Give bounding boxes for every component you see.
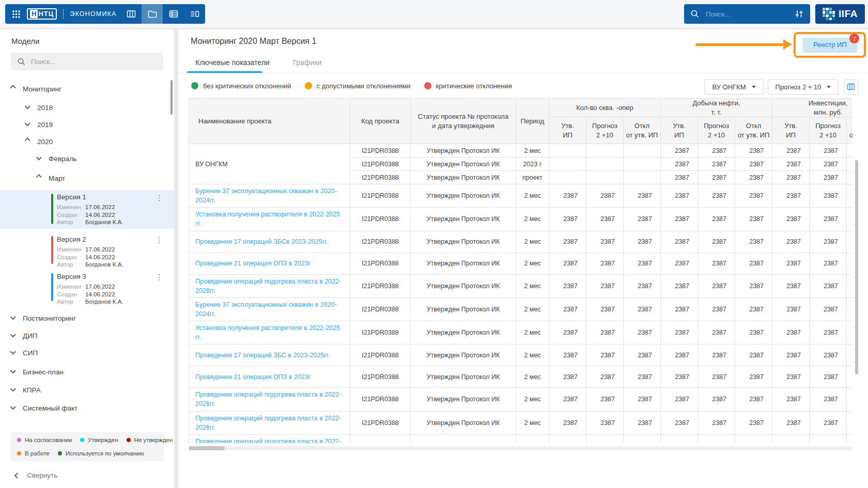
value-cell: 2387 — [810, 184, 847, 208]
value-cell: 2387 — [735, 434, 772, 443]
value-cell: 2387 — [735, 231, 772, 253]
tree-item-business-plan[interactable]: Бизнес-план — [11, 366, 64, 378]
status-label: В работе — [25, 450, 50, 456]
kebab-menu-icon[interactable]: ⋮ — [156, 237, 163, 244]
meta-value: 17.06.2022 — [85, 283, 115, 291]
columns-view-icon[interactable] — [120, 4, 142, 24]
value-cell: 2387 — [586, 388, 624, 411]
deviation-legend: без критических отклонений с допустимыми… — [191, 81, 512, 91]
project-link[interactable]: Проведение операций подогрева пласта в 2… — [189, 411, 350, 434]
scenario-dropdown[interactable]: ВУ ОНГКМ — [704, 79, 764, 95]
meta-value: 17.06.2022 — [85, 203, 115, 211]
tree-label: СИП — [23, 349, 38, 357]
value-cell: 2387 — [735, 208, 772, 231]
project-link[interactable]: Бурение 37 эксплуатационных скважин в 20… — [189, 184, 350, 208]
tab-charts[interactable]: Графики — [293, 58, 322, 67]
period-cell: 2 мес — [516, 253, 549, 274]
column-settings-button[interactable] — [844, 79, 858, 95]
value-cell: 2387 — [586, 321, 624, 344]
table-row: Проведение 17 операций ЗБС в 2023-2025гг… — [189, 344, 853, 366]
column-subheader: Прогноз 2 +10 — [810, 117, 847, 144]
tree-label: 2019 — [37, 121, 53, 129]
value-cell: 2387 — [810, 434, 847, 443]
apps-grid-icon[interactable] — [12, 10, 21, 19]
table-horizontal-scrollbar[interactable] — [189, 446, 225, 450]
project-link[interactable]: Установка получения растворителя в 2022-… — [189, 208, 350, 231]
project-link[interactable]: Проведение операций подогрева пласта в 2… — [189, 274, 350, 297]
value-cell: 2387 — [735, 158, 772, 171]
table-view-icon[interactable] — [163, 4, 184, 24]
chevron-down-icon — [36, 154, 42, 160]
value-cell: 2387 — [586, 184, 624, 208]
tree-item-kpra[interactable]: КПРА — [11, 384, 41, 396]
table-vertical-scrollbar[interactable] — [855, 160, 858, 374]
tree-item-2020[interactable]: 2020 — [26, 135, 53, 148]
deviation-dot-red — [424, 82, 431, 89]
value-cell: 2387 — [661, 184, 698, 208]
project-link[interactable]: Проведение 17 операций ЗБС в 2023-2025гг… — [189, 344, 350, 366]
tree-item-2019[interactable]: 2019 — [26, 118, 53, 131]
tree-item-postmonitoring[interactable]: Постмониторинг — [11, 312, 76, 324]
tab-key-indicators[interactable]: Ключевые показатели — [195, 58, 270, 67]
forecast-dropdown[interactable]: Прогноз 2 + 10 — [768, 79, 839, 95]
caret-down-icon — [827, 86, 831, 88]
caret-down-icon — [752, 86, 756, 88]
meta-label: Автор — [57, 261, 85, 269]
filter-sliders-icon[interactable] — [795, 9, 804, 19]
value-cell: 2387 — [772, 144, 810, 158]
layout-view-icon[interactable] — [184, 4, 205, 24]
tree-item-dip[interactable]: ДИП — [11, 329, 38, 342]
period-cell: 2 мес — [516, 208, 549, 231]
table-head: Наименование проектаКод проектаСтатус пр… — [189, 99, 853, 144]
collapse-sidebar-button[interactable]: Свернуть — [14, 471, 57, 479]
value-cell: 2387 — [847, 434, 853, 443]
iifa-logo[interactable]: IIFA — [815, 4, 865, 24]
chevron-down-icon — [10, 368, 16, 373]
project-link[interactable]: Установка получения растворителя в 2022-… — [189, 321, 350, 344]
version-card-2[interactable]: Версия 2 Изменен17.06.2022 Создан14.06.2… — [0, 232, 174, 269]
value-cell: 2387 — [772, 388, 810, 411]
sidebar-search-input[interactable]: Поиск... — [11, 53, 163, 70]
tab-bar: Ключевые показатели Графики — [195, 54, 321, 71]
project-link[interactable]: Проведение 21 операция ОПЗ в 2023г — [189, 253, 350, 274]
registry-ip-button[interactable]: Реестр ИП — [803, 38, 857, 52]
kebab-menu-icon[interactable]: ⋮ — [156, 274, 163, 281]
tree-item-2018[interactable]: 2018 — [26, 101, 53, 114]
project-link[interactable]: Проведение 21 операция ОПЗ в 2023г — [189, 366, 350, 388]
value-cell: 2387 — [624, 231, 661, 253]
chevron-up-icon — [25, 137, 30, 143]
project-link[interactable]: Проведение 17 операций ЗБСв 2023-2025гг. — [189, 231, 350, 253]
tree-item-march[interactable]: Март — [37, 172, 65, 184]
project-code-cell: I21PDR0388 — [350, 388, 411, 411]
sidebar: Модели Поиск... Мониторинг 2018 2019 202… — [0, 29, 174, 488]
project-link[interactable]: Бурение 37 эксплуатационных скважин в 20… — [189, 297, 350, 321]
value-cell: 2387 — [847, 208, 853, 231]
sidebar-scrollbar[interactable] — [171, 80, 173, 115]
period-cell: 2 мес — [516, 411, 549, 434]
value-cell: 2387 — [549, 208, 586, 231]
version-card-1[interactable]: Версия 1 Изменен17.06.2022 Создан14.06.2… — [0, 190, 174, 229]
value-cell: 2387 — [624, 411, 661, 434]
value-cell: 2387 — [661, 411, 698, 434]
tree-item-sip[interactable]: СИП — [11, 347, 38, 359]
value-cell: 2387 — [847, 144, 853, 158]
project-status-cell: Утвержден Протокол ИК — [411, 144, 516, 158]
table-row: Установка получения растворителя в 2022-… — [189, 321, 853, 344]
project-code-cell: I21PDR0388 — [350, 231, 411, 253]
logo-letter: Н — [30, 10, 38, 18]
collapse-label: Свернуть — [27, 471, 57, 479]
kebab-menu-icon[interactable]: ⋮ — [156, 194, 163, 201]
tree-item-monitoring[interactable]: Мониторинг — [11, 83, 61, 95]
version-card-3[interactable]: Версия 3 Изменен17.06.2022 Создан14.06.2… — [0, 270, 174, 306]
value-cell: 2387 — [735, 344, 772, 366]
global-search-input[interactable]: Поиск... — [684, 4, 810, 24]
table-row: Установка получения растворителя в 2022-… — [189, 208, 853, 231]
project-status-cell: Утвержден Протокол ИК — [411, 208, 516, 231]
project-link[interactable]: Проведение операций подогрева пласта в 2… — [189, 434, 350, 443]
tree-item-system-fact[interactable]: Системный факт — [11, 402, 78, 414]
folder-view-icon[interactable] — [142, 4, 163, 24]
column-header: Код проекта — [350, 99, 411, 144]
value-cell — [624, 158, 661, 171]
project-link[interactable]: Проведение операций подогрева пласта в 2… — [189, 388, 350, 411]
tree-item-february[interactable]: Февраль — [37, 152, 77, 165]
